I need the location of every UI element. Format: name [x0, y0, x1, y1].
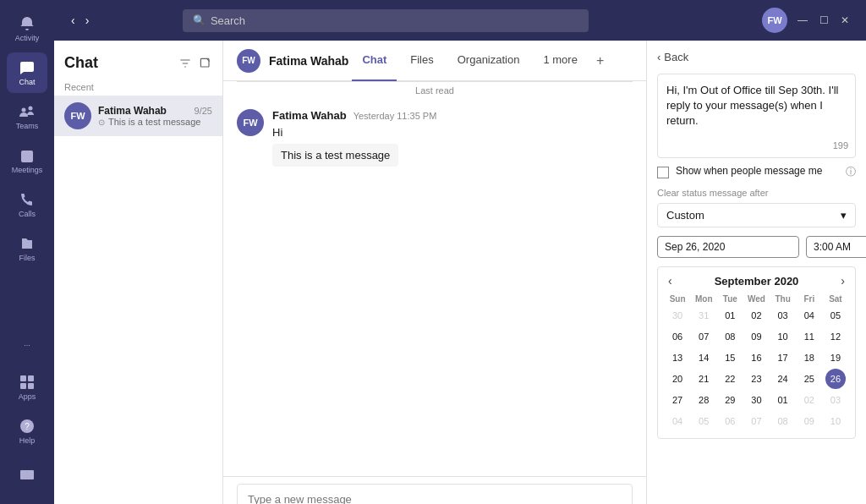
- svg-rect-2: [21, 151, 33, 162]
- cal-day[interactable]: 05: [693, 411, 714, 431]
- filter-icon[interactable]: [178, 57, 192, 70]
- chat-list-item[interactable]: FW Fatima Wahab 9/25 ⊙ This is a test me…: [54, 96, 222, 136]
- cal-day[interactable]: 17: [773, 348, 793, 368]
- date-input[interactable]: [657, 236, 799, 258]
- info-icon[interactable]: ⓘ: [846, 165, 856, 179]
- cal-day[interactable]: 06: [667, 326, 688, 347]
- cal-day[interactable]: 03: [773, 305, 793, 326]
- back-btn[interactable]: ‹ Back: [657, 51, 856, 63]
- cal-day[interactable]: 07: [746, 411, 766, 431]
- cal-day[interactable]: 29: [720, 390, 740, 410]
- cal-day[interactable]: 08: [773, 411, 793, 431]
- cal-day[interactable]: 21: [693, 369, 714, 389]
- cal-day[interactable]: 30: [667, 305, 688, 326]
- back-arrow-btn[interactable]: ‹: [68, 12, 79, 29]
- status-message-box[interactable]: Hi, I'm Out of Office till Sep 30th. I'l…: [657, 74, 856, 158]
- calendar-header: ‹ September 2020 ›: [665, 274, 848, 288]
- show-when-checkbox[interactable]: [657, 167, 669, 178]
- show-when-text: Show when people message me: [676, 165, 839, 177]
- chat-input[interactable]: [237, 484, 633, 504]
- cal-day[interactable]: 20: [667, 369, 688, 389]
- cal-day[interactable]: 15: [720, 348, 740, 368]
- cal-day[interactable]: 27: [667, 390, 688, 410]
- date-time-row: [657, 236, 856, 258]
- search-icon: 🔍: [193, 14, 206, 26]
- sidebar-item-activity[interactable]: Activity: [7, 8, 47, 49]
- cal-day[interactable]: 06: [720, 411, 740, 431]
- cal-day[interactable]: 22: [720, 369, 740, 389]
- sidebar-help-btn[interactable]: ? Help: [7, 411, 47, 452]
- sidebar-more-btn[interactable]: ...: [7, 323, 47, 364]
- svg-rect-4: [28, 375, 34, 381]
- avatar[interactable]: FW: [762, 8, 787, 33]
- minimize-btn[interactable]: —: [794, 14, 811, 26]
- message-avatar: FW: [237, 109, 264, 136]
- chat-list-actions: [178, 57, 212, 70]
- chat-item-name: Fatima Wahab: [98, 105, 167, 117]
- search-bar[interactable]: 🔍: [183, 9, 589, 32]
- tab-more[interactable]: 1 more: [533, 41, 587, 81]
- cal-day[interactable]: 24: [773, 369, 793, 389]
- close-btn[interactable]: ✕: [837, 14, 852, 26]
- time-input[interactable]: [806, 236, 866, 258]
- sidebar-item-teams[interactable]: Teams: [7, 96, 47, 137]
- cal-day[interactable]: 14: [693, 348, 714, 368]
- dropdown-value: Custom: [666, 209, 704, 222]
- sidebar-device-btn[interactable]: [7, 455, 47, 496]
- cal-day[interactable]: 28: [693, 390, 714, 410]
- cal-day[interactable]: 09: [799, 411, 819, 431]
- cal-day[interactable]: 10: [773, 326, 793, 347]
- cal-prev-btn[interactable]: ‹: [665, 274, 676, 288]
- cal-day[interactable]: 11: [799, 326, 819, 347]
- cal-day[interactable]: 13: [667, 348, 688, 368]
- cal-day[interactable]: 23: [746, 369, 766, 389]
- cal-label-wed: Wed: [743, 293, 769, 305]
- svg-rect-5: [20, 383, 26, 389]
- cal-day[interactable]: 26: [825, 369, 846, 389]
- contact-name: Fatima Wahab: [269, 54, 348, 68]
- sidebar-item-files[interactable]: Files: [7, 228, 47, 269]
- cal-day[interactable]: 16: [746, 348, 766, 368]
- cal-day[interactable]: 01: [720, 305, 740, 326]
- cal-day[interactable]: 19: [825, 348, 846, 368]
- chat-main: FW Fatima Wahab Chat Files Organization …: [223, 41, 646, 504]
- cal-day[interactable]: 04: [799, 305, 819, 326]
- cal-next-btn[interactable]: ›: [837, 274, 848, 288]
- cal-day[interactable]: 08: [720, 326, 740, 347]
- cal-day[interactable]: 31: [693, 305, 714, 326]
- cal-day[interactable]: 18: [799, 348, 819, 368]
- cal-day[interactable]: 12: [825, 326, 846, 347]
- search-input[interactable]: [211, 14, 578, 27]
- cal-day[interactable]: 30: [746, 390, 766, 410]
- sidebar-item-meetings[interactable]: Meetings: [7, 140, 47, 181]
- contact-avatar: FW: [237, 49, 260, 73]
- sidebar-apps-btn[interactable]: Apps: [7, 367, 47, 408]
- cal-day[interactable]: 04: [667, 411, 688, 431]
- cal-day[interactable]: 10: [825, 411, 846, 431]
- compose-icon[interactable]: [199, 57, 212, 70]
- cal-day[interactable]: 09: [746, 326, 766, 347]
- sidebar-label-chat: Chat: [19, 78, 35, 86]
- sidebar: Activity Chat Teams Meetings Calls Files…: [0, 0, 54, 504]
- cal-label-thu: Thu: [770, 293, 796, 305]
- maximize-btn[interactable]: ☐: [816, 14, 832, 26]
- header-bar: ‹ › 🔍 FW — ☐ ✕: [54, 0, 866, 41]
- cal-day[interactable]: 02: [746, 305, 766, 326]
- cal-label-tue: Tue: [717, 293, 743, 305]
- cal-day[interactable]: 03: [825, 390, 846, 410]
- cal-day[interactable]: 25: [799, 369, 819, 389]
- cal-day[interactable]: 05: [825, 305, 846, 326]
- sidebar-apps-label: Apps: [19, 392, 36, 401]
- tab-files[interactable]: Files: [400, 41, 443, 81]
- tab-organization[interactable]: Organization: [447, 41, 530, 81]
- cal-day[interactable]: 07: [693, 326, 714, 347]
- tab-chat[interactable]: Chat: [352, 41, 397, 81]
- window-controls: — ☐ ✕: [794, 14, 852, 26]
- cal-day[interactable]: 01: [773, 390, 793, 410]
- add-tab-btn[interactable]: +: [591, 53, 609, 68]
- sidebar-item-chat[interactable]: Chat: [7, 52, 47, 93]
- forward-arrow-btn[interactable]: ›: [82, 12, 93, 29]
- cal-day[interactable]: 02: [799, 390, 819, 410]
- clear-after-dropdown[interactable]: Custom ▾: [657, 203, 856, 227]
- sidebar-item-calls[interactable]: Calls: [7, 184, 47, 225]
